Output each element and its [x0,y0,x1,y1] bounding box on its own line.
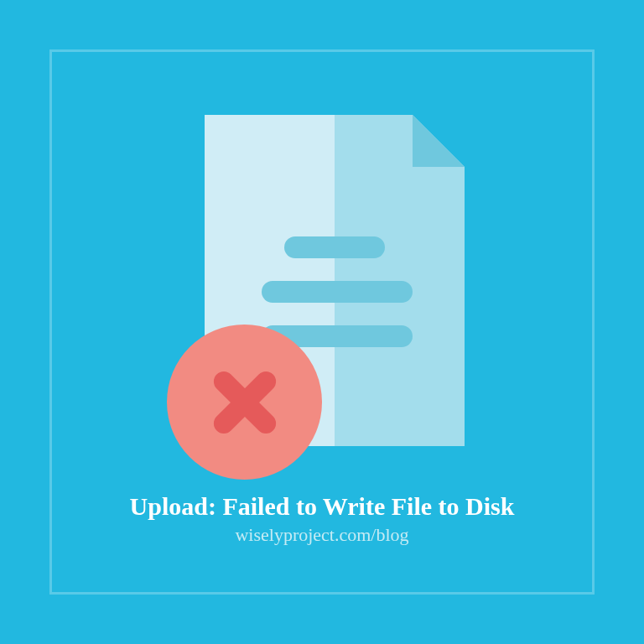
document-text-line [262,281,413,303]
error-badge [167,325,322,480]
document-fold-corner [413,115,465,167]
frame-border: Upload: Failed to Write File to Disk wis… [49,49,595,595]
document-text-line [284,236,385,258]
close-x-icon [211,369,278,436]
error-title: Upload: Failed to Write File to Disk [130,492,515,521]
file-error-illustration [179,115,465,467]
source-url-text: wiselyproject.com/blog [235,524,408,546]
